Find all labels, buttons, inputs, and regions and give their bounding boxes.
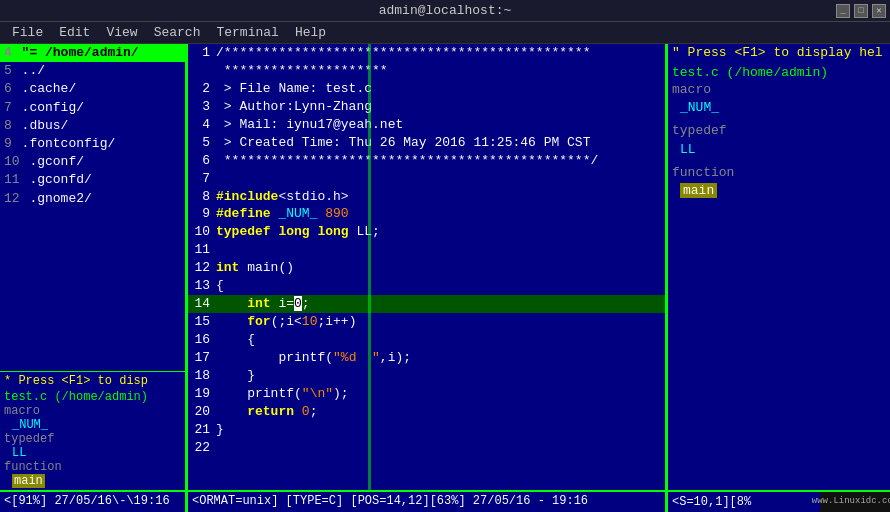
code-line-19: 19 printf("\n"); [188,385,665,403]
code-line-1: 1 /*************************************… [188,44,665,62]
close-button[interactable]: ✕ [872,4,886,18]
code-line-10: 10 typedef long long LL; [188,223,665,241]
code-line-11: 11 [188,241,665,259]
right-function-label: function [668,163,890,183]
code-line-21: 21 } [188,421,665,439]
left-mini-title: test.c (/home/admin) [4,390,181,404]
menu-view[interactable]: View [98,23,145,42]
left-preview-header: * Press <F1> to disp [4,374,181,388]
file-item-parent[interactable]: 5 ../ [0,62,185,80]
code-line-13: 13 { [188,277,665,295]
code-line-3: 3 > Author:Lynn-Zhang [188,98,665,116]
tilde-9: ~ [668,344,890,362]
right-macro-num: _NUM_ [668,99,890,117]
right-panel: " Press <F1> to display hel test.c (/hom… [668,44,890,490]
code-line-8: 8 #include<stdio.h> [188,188,665,206]
main-area: 4 "= /home/admin/ 5 ../ 6 .cache/ 7 .con… [0,44,890,512]
menu-help[interactable]: Help [287,23,334,42]
logo-area: www.Linuxidc.com [820,492,890,512]
code-line-22: 22 [188,439,665,457]
code-line-1b: ********************* [188,62,665,80]
code-line-2: 2 > File Name: test.c [188,80,665,98]
status-center: <ORMAT=unix] [TYPE=C] [POS=14,12][63%] 2… [188,492,668,512]
maximize-button[interactable]: □ [854,4,868,18]
code-line-16: 16 { [188,331,665,349]
code-line-20: 20 return 0; [188,403,665,421]
tilde-8: ~ [668,326,890,344]
code-line-5: 5 > Created Time: Thu 26 May 2016 11:25:… [188,134,665,152]
code-line-18: 18 } [188,367,665,385]
file-item-fontconfig[interactable]: 9 .fontconfig/ [0,135,185,153]
status-right: <S=10,1][8% www.Linuxidc.com [668,492,890,512]
status-right-text: <S=10,1][8% [672,495,751,509]
left-typedef-label: typedef [4,432,181,446]
menu-terminal[interactable]: Terminal [208,23,286,42]
center-panel[interactable]: 1 /*************************************… [188,44,668,490]
file-item-dbus[interactable]: 8 .dbus/ [0,117,185,135]
code-line-15: 15 for(;i<10;i++) [188,313,665,331]
left-macro-label: macro [4,404,181,418]
tilde-3: ~ [668,236,890,254]
menu-search[interactable]: Search [146,23,209,42]
editor-margin-line [368,44,371,490]
right-macro-label: macro [668,80,890,100]
right-typedef-label: typedef [668,121,890,141]
tilde-6: ~ [668,290,890,308]
file-item-home[interactable]: 4 "= /home/admin/ [0,44,185,62]
tilde-1: ~ [668,200,890,218]
right-typedef-ll: LL [668,141,890,159]
titlebar: admin@localhost:~ _ □ ✕ [0,0,890,22]
file-item-gconfd[interactable]: 11 .gconfd/ [0,171,185,189]
code-line-6: 6 **************************************… [188,152,665,170]
right-header: " Press <F1> to display hel [668,44,890,62]
right-filename: test.c (/home/admin) [668,65,890,80]
code-area: 1 /*************************************… [188,44,665,457]
left-function-label: function [4,460,181,474]
minimize-button[interactable]: _ [836,4,850,18]
menubar: File Edit View Search Terminal Help [0,22,890,44]
code-line-17: 17 printf("%d ",i); [188,349,665,367]
menu-file[interactable]: File [4,23,51,42]
code-line-12: 12 int main() [188,259,665,277]
code-line-9: 9 #define _NUM_ 890 [188,205,665,223]
tilde-2: ~ [668,218,890,236]
code-line-14: 14 int i=0; [188,295,665,313]
left-panel: 4 "= /home/admin/ 5 ../ 6 .cache/ 7 .con… [0,44,188,490]
right-function-main: main [668,182,890,200]
left-typedef-ll: LL [4,446,181,460]
window-title: admin@localhost:~ [379,3,512,18]
left-macro-num: _NUM_ [4,418,181,432]
tilde-4: ~ [668,254,890,272]
left-mini-preview: * Press <F1> to disp test.c (/home/admin… [0,371,185,490]
tilde-7: ~ [668,308,890,326]
code-line-7: 7 [188,170,665,188]
code-line-4: 4 > Mail: iynu17@yeah.net [188,116,665,134]
left-function-main: main [4,474,181,488]
status-left: <[91%] 27/05/16\-\19:16 [0,492,188,512]
file-item-gnome2[interactable]: 12 .gnome2/ [0,190,185,208]
window-controls[interactable]: _ □ ✕ [836,4,886,18]
file-item-cache[interactable]: 6 .cache/ [0,80,185,98]
statusbar: <[91%] 27/05/16\-\19:16 <ORMAT=unix] [TY… [0,490,890,512]
file-item-config[interactable]: 7 .config/ [0,99,185,117]
tilde-10: ~ [668,362,890,380]
tilde-5: ~ [668,272,890,290]
file-list: 4 "= /home/admin/ 5 ../ 6 .cache/ 7 .con… [0,44,185,371]
file-item-gconf[interactable]: 10 .gconf/ [0,153,185,171]
logo-text: www.Linuxidc.com [812,496,890,506]
menu-edit[interactable]: Edit [51,23,98,42]
